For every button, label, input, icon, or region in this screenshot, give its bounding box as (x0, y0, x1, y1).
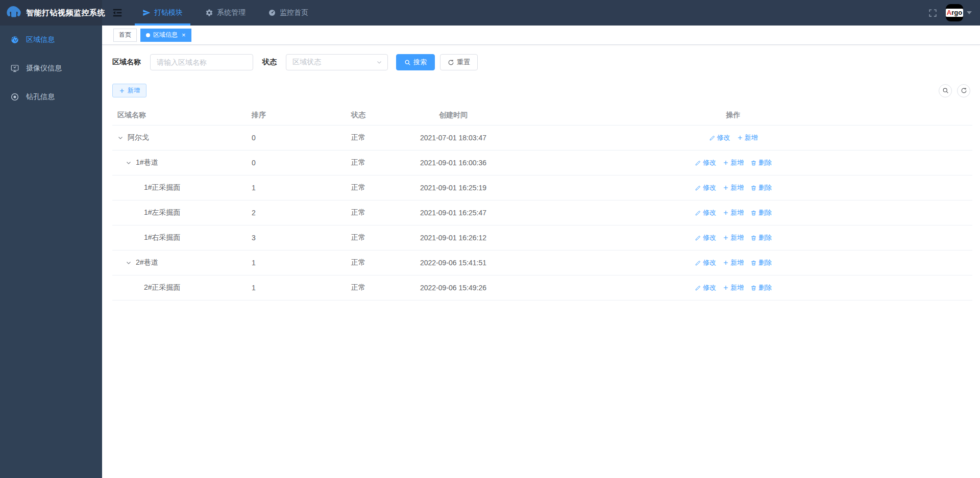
edit-icon (709, 135, 716, 141)
edit-link[interactable]: 修改 (695, 258, 716, 267)
expand-chevron-icon[interactable] (126, 260, 134, 266)
topnav: 打钻模块 系统管理 监控首页 Argo (102, 0, 980, 26)
plus-icon (723, 185, 729, 191)
trash-icon (750, 260, 757, 266)
add-link[interactable]: 新增 (737, 133, 758, 142)
status-value: 正常 (346, 183, 412, 192)
edit-link[interactable]: 修改 (709, 133, 730, 142)
sidebar-item-label: 摄像仪信息 (26, 64, 62, 73)
edit-icon (695, 185, 701, 191)
edit-link[interactable]: 修改 (695, 158, 716, 167)
column-header-sort: 排序 (247, 111, 346, 120)
fullscreen-icon[interactable] (928, 8, 938, 18)
expand-chevron-icon[interactable] (126, 160, 134, 166)
toolbar-right (939, 84, 972, 97)
status-select-placeholder: 区域状态 (292, 58, 321, 67)
sidebar-item-region-info[interactable]: 区域信息 (0, 26, 102, 54)
edit-icon (695, 285, 701, 291)
table-row: 阿尔戈 0 正常 2021-07-01 18:03:47 修改 新增 (112, 125, 972, 150)
table-row: 2#正采掘面 1 正常 2022-09-06 15:49:26 修改 新增 (112, 275, 972, 300)
status-label: 状态 (262, 58, 277, 67)
delete-link[interactable]: 删除 (750, 158, 772, 167)
refresh-icon (448, 59, 454, 66)
region-name-value: 1#左采掘面 (144, 208, 181, 217)
plus-icon (723, 160, 729, 166)
region-name-label: 区域名称 (112, 58, 141, 67)
avatar: Argo (946, 4, 963, 21)
status-select[interactable]: 区域状态 (286, 54, 388, 70)
status-value: 正常 (346, 283, 412, 292)
status-value: 正常 (346, 208, 412, 217)
sort-value: 0 (247, 134, 346, 142)
region-name-input[interactable] (150, 54, 253, 70)
nav-item-monitor-home[interactable]: 监控首页 (260, 0, 316, 26)
table-row: 1#左采掘面 2 正常 2021-09-01 16:25:47 修改 新增 (112, 200, 972, 225)
nav-item-system-management[interactable]: 系统管理 (198, 0, 253, 26)
plus-icon (723, 235, 729, 241)
add-button[interactable]: 新增 (112, 84, 146, 97)
add-link[interactable]: 新增 (723, 258, 744, 267)
plus-icon (119, 88, 125, 94)
search-button[interactable]: 搜索 (396, 54, 435, 70)
edit-icon (695, 260, 701, 266)
tree-indent (117, 213, 134, 213)
region-name-value: 1#巷道 (136, 158, 158, 167)
nav-item-label: 打钻模块 (154, 8, 183, 17)
table-header: 区域名称 排序 状态 创建时间 操作 (112, 105, 972, 125)
created-time-value: 2021-09-01 16:26:12 (412, 234, 494, 242)
table-toolbar: 新增 (112, 84, 972, 97)
created-time-value: 2021-09-01 16:00:36 (412, 159, 494, 167)
trash-icon (750, 285, 757, 291)
hamburger-icon[interactable] (107, 0, 128, 26)
trash-icon (750, 210, 757, 216)
sidebar-item-label: 区域信息 (26, 35, 55, 44)
sidebar-item-camera-info[interactable]: 摄像仪信息 (0, 54, 102, 83)
add-link[interactable]: 新增 (723, 158, 744, 167)
tab-region-info[interactable]: 区域信息 × (140, 29, 191, 42)
tab-label: 首页 (119, 31, 131, 39)
content: 区域名称 状态 区域状态 搜索 重置 (102, 45, 980, 300)
add-link[interactable]: 新增 (723, 233, 744, 242)
gear-icon (205, 9, 213, 17)
tree-indent (117, 263, 126, 263)
table-body: 阿尔戈 0 正常 2021-07-01 18:03:47 修改 新增 (112, 125, 972, 300)
refresh-table-button[interactable] (957, 84, 970, 97)
app-logo-icon (5, 5, 21, 21)
plus-icon (737, 135, 743, 141)
delete-link[interactable]: 删除 (750, 208, 772, 217)
main-area: 首页 区域信息 × 区域名称 状态 区域状态 搜索 (102, 26, 980, 478)
tree-indent (117, 238, 134, 238)
active-dot-icon (146, 33, 150, 37)
created-time-value: 2021-09-01 16:25:19 (412, 184, 494, 192)
delete-link[interactable]: 删除 (750, 258, 772, 267)
tab-home[interactable]: 首页 (113, 29, 137, 42)
filter-row: 区域名称 状态 区域状态 搜索 重置 (112, 54, 972, 70)
toggle-search-button[interactable] (939, 84, 952, 97)
column-header-created: 创建时间 (412, 111, 494, 120)
edit-link[interactable]: 修改 (695, 233, 716, 242)
add-link[interactable]: 新增 (723, 283, 744, 292)
sidebar-item-borehole-info[interactable]: 钻孔信息 (0, 83, 102, 111)
chevron-down-icon (967, 11, 972, 14)
reset-button[interactable]: 重置 (440, 54, 478, 70)
edit-link[interactable]: 修改 (695, 183, 716, 192)
add-link[interactable]: 新增 (723, 208, 744, 217)
globe-icon (10, 35, 19, 44)
edit-link[interactable]: 修改 (695, 283, 716, 292)
edit-link[interactable]: 修改 (695, 208, 716, 217)
plus-icon (723, 210, 729, 216)
created-time-value: 2021-07-01 18:03:47 (412, 134, 494, 142)
add-link[interactable]: 新增 (723, 183, 744, 192)
delete-link[interactable]: 删除 (750, 233, 772, 242)
delete-link[interactable]: 删除 (750, 183, 772, 192)
sort-value: 1 (247, 184, 346, 192)
sort-value: 3 (247, 234, 346, 242)
region-name-value: 2#巷道 (136, 258, 158, 267)
app-title: 智能打钻视频监控系统 (26, 8, 105, 18)
user-avatar-dropdown[interactable]: Argo (946, 4, 972, 21)
delete-link[interactable]: 删除 (750, 283, 772, 292)
close-icon[interactable]: × (182, 32, 186, 38)
region-name-value: 2#正采掘面 (144, 283, 181, 292)
expand-chevron-icon[interactable] (117, 135, 126, 141)
nav-item-drill-module[interactable]: 打钻模块 (135, 0, 190, 26)
